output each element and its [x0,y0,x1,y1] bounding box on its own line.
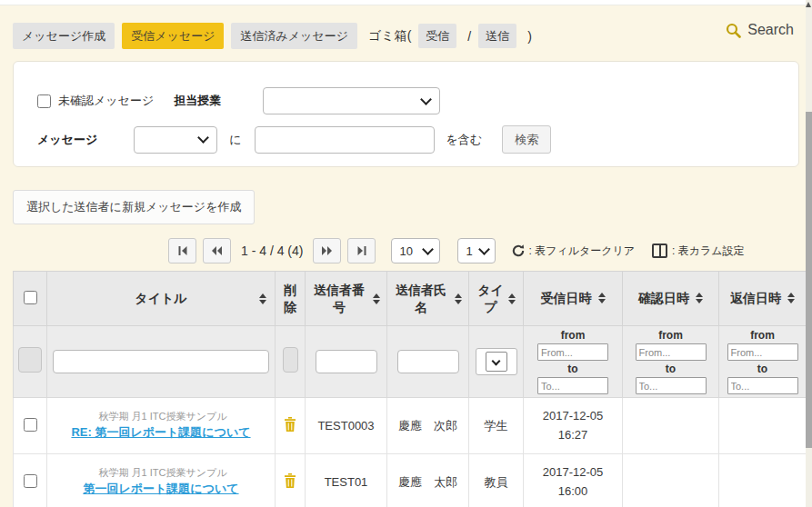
replied-cell [719,398,807,454]
message-field-select[interactable] [134,126,217,154]
filter-panel: 未確認メッセージ 担当授業 メッセージ に を含む 検索 [13,61,799,167]
scrollbar-thumb[interactable] [806,112,812,448]
sender-name-filter-input[interactable] [397,350,459,373]
received-from-input[interactable] [537,343,608,361]
received-to-input[interactable] [537,377,608,394]
search-label: Search [747,22,794,38]
page-number-select[interactable]: 1 [457,238,496,263]
confirmed-cell [623,398,719,454]
filter-search-button[interactable]: 検索 [502,125,551,154]
to-label: to [666,363,676,375]
tab-sent-messages[interactable]: 送信済みメッセージ [231,23,357,49]
nav-next-icon [321,246,333,255]
next-page-button[interactable] [313,238,341,263]
confirmed-to-input[interactable] [636,377,707,394]
column-header-title[interactable]: タイトル [47,272,276,326]
trash-icon [284,417,296,432]
replied-from-input[interactable] [727,343,798,361]
sort-icon [455,293,462,304]
prev-page-button[interactable] [203,238,231,263]
vertical-scrollbar[interactable] [806,0,812,507]
trash-icon [284,473,296,488]
inbox-message-screen: メッセージ作成 受信メッセージ 送信済みメッセージ ゴミ箱( 受信 / 送信 )… [0,0,812,507]
message-title-link[interactable]: RE: 第一回レポート課題について [71,425,250,439]
delete-message-button[interactable] [282,472,298,492]
select-all-checkbox[interactable] [24,291,37,304]
from-label: from [750,329,775,342]
title-filter-input[interactable] [53,350,269,373]
delete-cell [276,398,306,454]
title-filter-cell [47,326,276,398]
unconfirmed-checkbox[interactable] [37,94,51,108]
column-header-delete: 削除 [276,272,306,326]
type-filter-cell [469,326,524,398]
row-checkbox[interactable] [24,418,37,432]
to-label: to [757,363,767,375]
sender-no-cell: TEST0003 [306,398,387,454]
sort-icon [598,293,606,303]
message-toolbar: メッセージ作成 受信メッセージ 送信済みメッセージ ゴミ箱( 受信 / 送信 ) [13,23,812,49]
clear-table-filter-button[interactable]: : 表フィルタークリア [511,244,635,259]
received-filter-cell: from to [524,326,623,398]
replied-to-input[interactable] [727,377,798,394]
trash-sent-button[interactable]: 送信 [478,24,516,48]
trash-group-label-close: ) [527,29,532,44]
chevron-down-icon [420,94,432,105]
column-header-label: 受信日時 [541,290,592,307]
particle-ni-label: に [229,132,241,148]
column-header-sender-name[interactable]: 送信者氏名 [387,272,469,326]
sender-no-cell: TEST01 [306,454,387,507]
scrollbar-up-arrow-icon[interactable] [806,2,811,7]
select-filter-cell [14,326,47,398]
sender-no-filter-input[interactable] [316,350,377,373]
nav-last-icon [356,246,367,255]
trash-slash: / [467,29,471,44]
confirmed-from-input[interactable] [636,343,707,361]
sender-no-filter-cell [306,326,387,398]
last-page-button[interactable] [347,238,376,263]
table-filter-row: from to from to from to [14,326,807,398]
row-select-cell [14,398,47,454]
delete-message-button[interactable] [282,415,298,436]
trash-group-label: ゴミ箱( [368,28,411,45]
keyword-input[interactable] [255,126,435,154]
contains-label: を含む [446,132,483,148]
from-label: from [561,329,586,342]
column-header-confirmed[interactable]: 確認日時 [623,272,719,326]
type-filter-select[interactable] [476,348,517,375]
disabled-filter-button [18,347,42,373]
compose-to-selected-button[interactable]: 選択した送信者に新規メッセージを作成 [13,190,255,224]
title-cell: 秋学期 月1 ITC授業サンプル RE: 第一回レポート課題について [47,398,276,454]
sort-icon [787,293,795,303]
first-page-button[interactable] [168,238,196,263]
chevron-down-icon [486,352,507,372]
course-label: 秋学期 月1 ITC授業サンプル [53,465,273,481]
message-row: 秋学期 月1 ITC授業サンプル RE: 第一回レポート課題について TEST0… [14,398,807,454]
sort-icon [259,293,266,304]
trash-inbox-button[interactable]: 受信 [418,24,456,48]
course-select[interactable] [263,87,440,114]
column-header-label: 削除 [283,282,297,316]
to-label: to [567,363,577,375]
confirmed-filter-cell: from to [623,326,719,398]
nav-prev-icon [211,246,223,255]
page-size-select[interactable]: 10 [391,238,440,263]
column-config-button[interactable]: : 表カラム設定 [652,244,745,259]
chevron-down-icon [478,244,490,255]
type-cell: 教員 [469,454,524,507]
page-number-value: 1 [466,244,472,258]
global-search-button[interactable]: Search [726,22,794,38]
tab-inbox-messages[interactable]: 受信メッセージ [122,23,224,49]
unconfirmed-label: 未確認メッセージ [58,93,154,109]
column-header-type[interactable]: タイプ [469,272,524,326]
column-header-replied[interactable]: 返信日時 [719,272,807,326]
message-title-link[interactable]: 第一回レポート課題について [83,482,238,495]
table-columns-icon [652,244,667,258]
column-header-received[interactable]: 受信日時 [524,272,623,326]
type-cell: 学生 [469,398,524,454]
column-header-sender-no[interactable]: 送信者番号 [306,272,387,326]
column-header-label: 確認日時 [638,290,689,307]
row-checkbox[interactable] [24,474,37,488]
tab-compose-message[interactable]: メッセージ作成 [13,23,115,49]
column-header-label: 送信者番号 [312,282,366,316]
